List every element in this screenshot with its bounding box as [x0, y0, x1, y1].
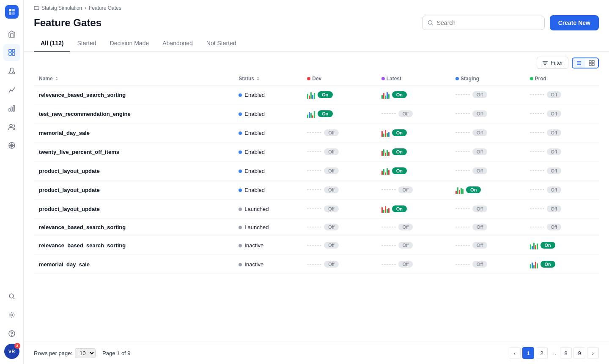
table-row[interactable]: product_layout_updateEnabledOffOffOnOff	[34, 181, 599, 200]
table-row[interactable]: relevance_based_search_sortingInactiveOf…	[34, 236, 599, 255]
toggle-on-badge[interactable]: On	[392, 148, 407, 155]
list-view-button[interactable]	[573, 58, 585, 68]
toggle-off-badge[interactable]: Off	[324, 224, 338, 230]
rows-per-page-select[interactable]: 10 25 50	[75, 348, 96, 358]
next-page-button[interactable]: ›	[587, 347, 599, 359]
prev-page-button[interactable]: ‹	[509, 347, 521, 359]
table-row[interactable]: relevance_based_search_sortingEnabledOnO…	[34, 85, 599, 104]
toggle-off-badge[interactable]: Off	[472, 91, 487, 98]
toggle-off-badge[interactable]: Off	[324, 242, 338, 249]
sidebar-item-charts[interactable]	[3, 100, 20, 117]
row-name[interactable]: relevance_based_search_sorting	[39, 224, 126, 230]
row-name[interactable]: test_new_recommendation_engine	[39, 111, 131, 117]
toggle-off-badge[interactable]: Off	[472, 242, 487, 249]
row-name[interactable]: memorial_day_sale	[39, 261, 90, 268]
toggle-off-badge[interactable]: Off	[324, 261, 338, 268]
status-dot	[239, 170, 242, 173]
table-row[interactable]: memorial_day_saleInactiveOffOffOffOn	[34, 255, 599, 274]
toggle-off-badge[interactable]: Off	[472, 129, 487, 136]
search-input[interactable]	[437, 19, 539, 26]
tab-decision-made[interactable]: Decision Made	[103, 36, 156, 52]
header-actions: Create New	[422, 15, 599, 30]
toggle-off-badge[interactable]: Off	[472, 261, 487, 268]
sidebar-item-search[interactable]	[3, 288, 20, 305]
toggle-on-badge[interactable]: On	[318, 110, 332, 117]
page-1-button[interactable]: 1	[522, 347, 534, 359]
toggle-off-badge[interactable]: Off	[547, 205, 561, 212]
status-dot	[239, 189, 242, 192]
toggle-on-badge[interactable]: On	[392, 167, 407, 174]
search-icon	[428, 20, 433, 26]
sidebar-item-home[interactable]	[3, 25, 20, 42]
toggle-on-badge[interactable]: On	[392, 129, 407, 136]
page-9-button[interactable]: 9	[573, 347, 585, 359]
sidebar-item-integrations[interactable]	[3, 137, 20, 154]
row-name[interactable]: product_layout_update	[39, 168, 100, 174]
tab-not-started[interactable]: Not Started	[200, 36, 243, 52]
toggle-off-badge[interactable]: Off	[472, 205, 487, 212]
create-new-button[interactable]: Create New	[550, 15, 599, 30]
row-name[interactable]: relevance_based_search_sorting	[39, 242, 126, 249]
toggle-off-badge[interactable]: Off	[547, 110, 561, 117]
toggle-off-badge[interactable]: Off	[398, 110, 413, 117]
row-name[interactable]: product_layout_update	[39, 187, 100, 193]
toggle-off-badge[interactable]: Off	[547, 91, 561, 98]
toggle-on-badge[interactable]: On	[466, 186, 481, 193]
table-row[interactable]: product_layout_updateLaunchedOffOnOffOff	[34, 200, 599, 219]
sidebar-item-dashboard[interactable]	[3, 44, 20, 61]
page-2-button[interactable]: 2	[536, 347, 548, 359]
row-name[interactable]: memorial_day_sale	[39, 130, 90, 136]
toggle-off-badge[interactable]: Off	[547, 129, 561, 136]
sort-icon[interactable]	[55, 77, 59, 81]
sidebar-item-users[interactable]	[3, 118, 20, 135]
table-row[interactable]: test_new_recommendation_engineEnabledOnO…	[34, 104, 599, 123]
row-name-cell: relevance_based_search_sorting	[34, 219, 233, 236]
sort-status-icon[interactable]	[256, 77, 260, 81]
page-8-button[interactable]: 8	[560, 347, 572, 359]
toggle-on-badge[interactable]: On	[540, 261, 555, 268]
toggle-on-badge[interactable]: On	[392, 205, 407, 212]
table-row[interactable]: relevance_based_search_sortingLaunchedOf…	[34, 219, 599, 236]
filter-button[interactable]: Filter	[537, 57, 568, 69]
table-row[interactable]: twenty_five_percent_off_itemsEnabledOffO…	[34, 142, 599, 161]
sidebar-item-analytics[interactable]	[3, 81, 20, 98]
search-box[interactable]	[422, 16, 545, 30]
toggle-off-badge[interactable]: Off	[398, 186, 413, 193]
toggle-off-badge[interactable]: Off	[547, 148, 561, 155]
sidebar-item-settings[interactable]	[3, 307, 20, 323]
breadcrumb-parent[interactable]: Statsig Simulation	[41, 5, 82, 11]
row-name[interactable]: twenty_five_percent_off_items	[39, 149, 119, 155]
row-name[interactable]: product_layout_update	[39, 206, 100, 212]
toggle-off-badge[interactable]: Off	[472, 110, 487, 117]
env-cell: On	[376, 85, 450, 104]
grid-view-button[interactable]	[585, 58, 598, 68]
toggle-off-badge[interactable]: Off	[472, 224, 487, 230]
table-row[interactable]: product_layout_updateEnabledOffOnOffOff	[34, 161, 599, 181]
tab-all[interactable]: All (112)	[34, 36, 70, 52]
toggle-off-badge[interactable]: Off	[547, 186, 561, 193]
row-name-cell: product_layout_update	[34, 200, 233, 219]
toggle-off-badge[interactable]: Off	[324, 205, 338, 212]
sidebar-item-experiments[interactable]	[3, 63, 20, 79]
toggle-off-badge[interactable]: Off	[324, 148, 338, 155]
toggle-off-badge[interactable]: Off	[472, 148, 487, 155]
toggle-on-badge[interactable]: On	[392, 91, 407, 98]
table-row[interactable]: memorial_day_saleEnabledOffOnOffOff	[34, 123, 599, 142]
toggle-off-badge[interactable]: Off	[472, 167, 487, 174]
toggle-off-badge[interactable]: Off	[324, 129, 338, 136]
toggle-off-badge[interactable]: Off	[398, 261, 413, 268]
toggle-off-badge[interactable]: Off	[547, 224, 561, 230]
tab-abandoned[interactable]: Abandoned	[156, 36, 200, 52]
toggle-off-badge[interactable]: Off	[398, 242, 413, 249]
tab-started[interactable]: Started	[70, 36, 103, 52]
env-cell: Off	[450, 85, 524, 104]
toggle-off-badge[interactable]: Off	[324, 186, 338, 193]
toggle-off-badge[interactable]: Off	[324, 167, 338, 174]
toggle-on-badge[interactable]: On	[540, 242, 555, 249]
toggle-off-badge[interactable]: Off	[398, 224, 413, 230]
sidebar-item-help[interactable]	[3, 325, 20, 342]
user-avatar[interactable]: VR 3	[4, 344, 19, 359]
row-name[interactable]: relevance_based_search_sorting	[39, 92, 126, 98]
toggle-off-badge[interactable]: Off	[547, 167, 561, 174]
toggle-on-badge[interactable]: On	[318, 91, 332, 98]
